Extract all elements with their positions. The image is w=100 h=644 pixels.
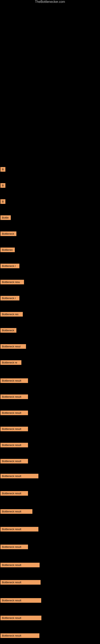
result-item-23: Bottleneck result <box>0 527 38 532</box>
result-item-11: Bottleneck <box>0 328 16 333</box>
result-item-4: Bottle <box>0 215 11 220</box>
result-item-15: Bottleneck result <box>0 394 28 399</box>
result-item-19: Bottleneck result <box>0 459 28 464</box>
result-item-7: Bottleneck r <box>0 264 19 268</box>
result-item-28: Bottleneck result <box>0 616 41 620</box>
result-item-24: Bottleneck result <box>0 544 28 549</box>
result-item-14: Bottleneck result <box>0 378 28 383</box>
site-title-container: TheBottlenecker.com <box>0 0 100 4</box>
result-item-9: Bottleneck r <box>0 296 19 300</box>
site-title: TheBottlenecker.com <box>35 0 65 4</box>
result-item-1: B <box>0 167 5 172</box>
result-item-2: B <box>0 183 5 188</box>
result-item-22: Bottleneck result <box>0 509 32 514</box>
result-item-25: Bottleneck result <box>0 563 40 567</box>
result-item-6: Bottlenec <box>0 248 15 252</box>
result-item-16: Bottleneck result <box>0 410 28 415</box>
result-item-29: Bottleneck result <box>0 633 39 638</box>
result-item-27: Bottleneck result <box>0 598 41 603</box>
result-item-17: Bottleneck result <box>0 427 28 431</box>
result-item-3: B <box>0 199 5 204</box>
result-item-13: Bottleneck re <box>0 360 21 365</box>
result-item-5: Bottleneck <box>0 232 16 236</box>
result-item-18: Bottleneck result <box>0 443 28 448</box>
result-item-20: Bottleneck result <box>0 474 38 478</box>
result-item-10: Bottleneck res <box>0 312 23 316</box>
result-item-26: Bottleneck result <box>0 580 41 585</box>
result-item-12: Bottleneck resul <box>0 344 26 349</box>
result-item-8: Bottleneck resu <box>0 280 24 284</box>
result-item-21: Bottleneck result <box>0 491 28 496</box>
